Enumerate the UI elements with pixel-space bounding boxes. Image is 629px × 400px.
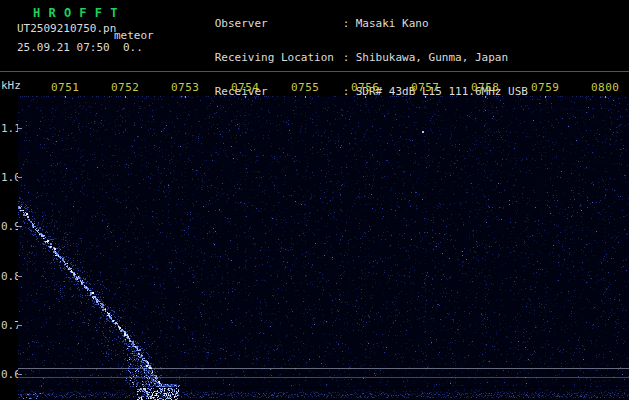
datetime-label: 25.09.21 07:50 0..	[17, 41, 143, 54]
x-axis-tick-label: 0754	[231, 81, 260, 94]
x-axis-tick-label: 0757	[411, 81, 440, 94]
x-axis-tick-label: 0756	[351, 81, 380, 94]
x-axis-tick-label: 0751	[51, 81, 80, 94]
x-axis-tick-label: 0755	[291, 81, 320, 94]
x-axis-tick-label: 0752	[111, 81, 140, 94]
app-title: H R O F F T	[33, 6, 118, 20]
file-name-label: UT2509210750.pn	[17, 22, 116, 35]
info-label: Receiving Location	[215, 52, 343, 63]
info-value: Shibukawa, Gunma, Japan	[356, 51, 508, 64]
x-axis-tick-label: 0800	[591, 81, 620, 94]
x-axis-tick-label: 0759	[531, 81, 560, 94]
x-axis-tick-label: 0758	[471, 81, 500, 94]
info-colon: :	[343, 18, 356, 29]
activity-strip-canvas	[18, 388, 629, 400]
spectrogram-canvas	[18, 96, 629, 387]
hrofft-window: H R O F F T UT2509210750.pn meteor 25.09…	[0, 0, 629, 400]
info-value: Masaki Kano	[356, 17, 429, 30]
y-axis-unit-label: kHz	[1, 79, 21, 92]
info-colon: :	[343, 52, 356, 63]
x-axis-tick-label: 0753	[171, 81, 200, 94]
info-row-location: Receiving Location:Shibukawa, Gunma, Jap…	[175, 41, 561, 75]
info-label: Observer	[215, 18, 343, 29]
info-row-observer: Observer:Masaki Kano	[175, 7, 561, 41]
separator-line	[0, 71, 629, 72]
